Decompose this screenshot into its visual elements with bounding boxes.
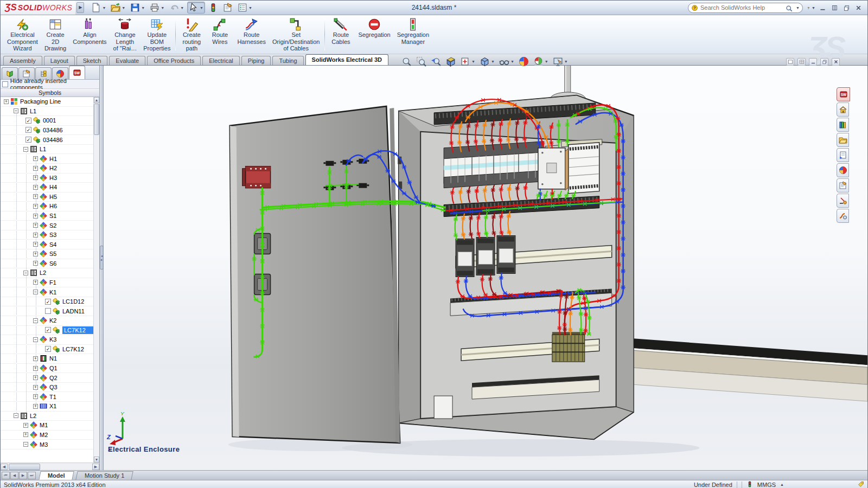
expand-toggle-icon[interactable]: +	[4, 99, 9, 104]
unit-system[interactable]: MMGS	[757, 481, 776, 488]
help-search-box[interactable]: ? ▼	[688, 3, 803, 13]
tree-item-packaging-line[interactable]: +Packaging Line	[1, 97, 93, 107]
tree-item-0001[interactable]: ✓0001	[1, 116, 93, 126]
taskpane-appearances-tab[interactable]	[837, 163, 849, 177]
tree-item-s5[interactable]: +S5	[1, 249, 93, 259]
visibility-checkbox[interactable]: ✓	[45, 299, 51, 305]
collapse-toggle-icon[interactable]: −	[33, 290, 38, 294]
tree-item-l1[interactable]: −L1	[1, 145, 93, 155]
tree-item-n1[interactable]: +N1	[1, 354, 93, 364]
expand-toggle-icon[interactable]: +	[33, 242, 38, 247]
expand-toggle-icon[interactable]: +	[33, 223, 38, 228]
dropdown-arrow-icon[interactable]: ▼	[564, 60, 568, 63]
view-orientation-button[interactable]: ▼	[459, 56, 476, 67]
set-origin-button[interactable]: SetOrigin/Destinationof Cables	[269, 17, 323, 53]
align-components-button[interactable]: AlignComponents	[69, 17, 110, 46]
tree-item-h3[interactable]: +H3	[1, 174, 93, 183]
expand-toggle-icon[interactable]: +	[23, 423, 28, 428]
edit-appearance-button[interactable]	[518, 56, 530, 67]
dropdown-arrow-icon[interactable]: ▼	[161, 6, 164, 10]
scroll-down-arrow[interactable]: ▼	[94, 457, 99, 463]
save-button[interactable]: ▼	[129, 2, 146, 14]
create-2d-button[interactable]: Create2DDrawing	[41, 17, 69, 53]
tab-assembly[interactable]: Assembly	[3, 56, 42, 65]
collapse-toggle-icon[interactable]: −	[23, 147, 28, 152]
expand-toggle-icon[interactable]: +	[33, 175, 38, 180]
contactor-trio[interactable]	[456, 236, 515, 277]
taskpane-custom-properties-tab[interactable]	[837, 178, 849, 192]
search-icon[interactable]	[786, 4, 793, 11]
section-view-button[interactable]	[444, 56, 457, 67]
expand-toggle-icon[interactable]: +	[33, 233, 38, 237]
tree-item-l1[interactable]: −L1	[1, 107, 93, 117]
tree-item-h1[interactable]: +H1	[1, 154, 93, 164]
tab-sketch[interactable]: Sketch	[76, 56, 108, 65]
door-power-supply[interactable]	[242, 166, 271, 188]
search-input[interactable]	[700, 4, 783, 11]
segregation-button[interactable]: Segregation	[355, 17, 393, 39]
enclosure-door[interactable]	[230, 106, 403, 443]
scroll-right-arrow[interactable]: ▶	[92, 464, 99, 470]
expand-toggle-icon[interactable]: +	[33, 261, 38, 266]
tree-item-m3[interactable]: −M3	[1, 440, 93, 450]
new-document-button[interactable]: ▼	[90, 2, 107, 14]
tab-piping[interactable]: Piping	[241, 56, 271, 65]
dropdown-arrow-icon[interactable]: ▼	[471, 60, 475, 63]
tab-evaluate[interactable]: Evaluate	[109, 56, 145, 65]
tab-layout[interactable]: Layout	[44, 56, 75, 65]
visibility-checkbox[interactable]: ✓	[45, 346, 51, 352]
nav-first-button[interactable]: ⏮	[2, 472, 10, 479]
tree-item-s4[interactable]: +S4	[1, 240, 93, 249]
tree-item-034486[interactable]: ✓034486	[1, 126, 93, 136]
visibility-checkbox[interactable]	[45, 308, 51, 314]
collapse-toggle-icon[interactable]: −	[14, 108, 18, 113]
tree-item-s6[interactable]: +S6	[1, 259, 93, 269]
expand-toggle-icon[interactable]: +	[33, 366, 38, 371]
select-cursor-button[interactable]: ▼	[187, 2, 205, 14]
minimize-button[interactable]	[818, 3, 827, 12]
route-wires-button[interactable]: RouteWires	[206, 17, 234, 46]
tree-item-h4[interactable]: +H4	[1, 183, 93, 192]
nav-prev-button[interactable]: ◀	[10, 472, 18, 479]
dropdown-arrow-icon[interactable]: ▼	[122, 6, 125, 10]
print-button[interactable]: ▼	[148, 2, 166, 14]
expand-toggle-icon[interactable]: +	[23, 432, 28, 437]
doc-pane-single-button[interactable]	[786, 58, 794, 66]
apply-scene-button[interactable]: ▼	[532, 56, 550, 67]
tree-item-ladn11[interactable]: LADN11	[1, 306, 93, 316]
tree-item-l2[interactable]: −L2	[1, 268, 93, 278]
doc-restore-button[interactable]	[820, 58, 828, 66]
tree-vert-scrollbar[interactable]: ▲ ▼	[93, 97, 99, 463]
tree-horizontal-scrollbar[interactable]: ◀ ▶	[1, 463, 99, 470]
visibility-checkbox[interactable]: ✓	[25, 137, 31, 143]
tab-solidworks-electrical-3d[interactable]: SolidWorks Electrical 3D	[305, 54, 388, 65]
tree-item-lc7k12[interactable]: ✓LC7K12	[1, 326, 93, 336]
visibility-checkbox[interactable]: ✓	[25, 118, 31, 124]
contactor-block[interactable]	[538, 147, 571, 190]
tree-item-m1[interactable]: +M1	[1, 421, 93, 431]
conveyor-beam[interactable]	[634, 338, 867, 401]
taskpane-electrical-symbols-tab[interactable]	[837, 194, 849, 208]
scroll-up-arrow[interactable]: ▲	[94, 97, 99, 103]
tab-electrical[interactable]: Electrical	[202, 56, 240, 65]
routing-path-button[interactable]: Createroutingpath	[177, 17, 206, 53]
tree-item-s1[interactable]: +S1	[1, 211, 93, 221]
taskpane-design-library-tab[interactable]	[837, 118, 849, 132]
doc-minimize-button[interactable]	[809, 58, 817, 66]
expand-toggle-icon[interactable]: +	[33, 356, 38, 361]
tree-item-q1[interactable]: +Q1	[1, 364, 93, 374]
dropdown-arrow-icon[interactable]: ▼	[141, 6, 145, 10]
close-button[interactable]	[854, 3, 863, 12]
tab-motion-study-1[interactable]: Motion Study 1	[75, 471, 133, 480]
nav-next-button[interactable]: ▶	[19, 472, 27, 479]
dropdown-arrow-icon[interactable]: ▼	[491, 60, 495, 63]
expand-toggle-icon[interactable]: +	[33, 194, 38, 199]
dropdown-arrow-icon[interactable]: ▼	[200, 6, 203, 10]
menu-expand-arrow[interactable]: ▶	[76, 2, 84, 13]
tab-tubing[interactable]: Tubing	[272, 56, 303, 65]
change-length-button[interactable]: ChangeLengthof "Rai…	[110, 17, 141, 53]
units-caret-icon[interactable]: ▲	[780, 483, 784, 486]
expand-toggle-icon[interactable]: +	[33, 394, 38, 399]
expand-toggle-icon[interactable]: +	[33, 204, 38, 209]
properties-button[interactable]	[221, 2, 234, 14]
